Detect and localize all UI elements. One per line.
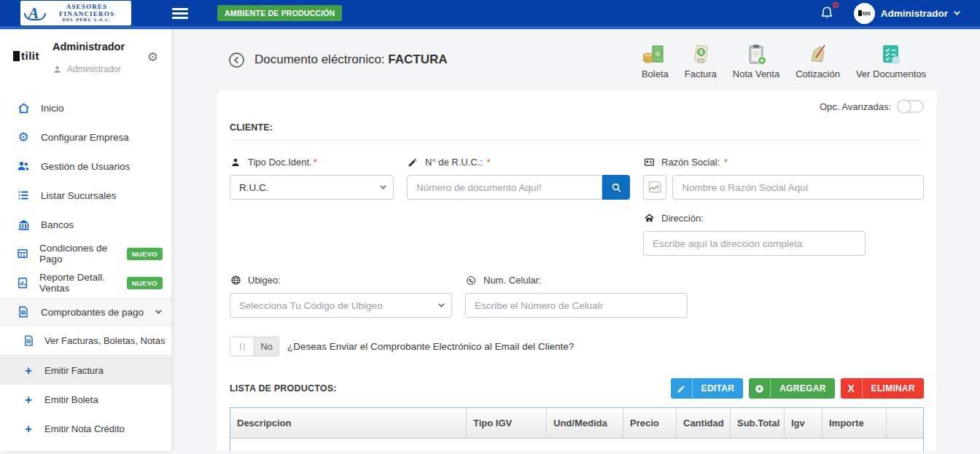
gear-icon: ⚙ bbox=[16, 131, 31, 144]
users-icon bbox=[16, 159, 31, 173]
globe-icon bbox=[230, 275, 241, 286]
home-icon bbox=[643, 213, 655, 224]
celular-input[interactable] bbox=[465, 293, 688, 318]
products-table-body bbox=[230, 439, 923, 451]
pencil-icon bbox=[671, 378, 693, 399]
plus-circle-icon bbox=[749, 378, 771, 399]
plus-icon: + bbox=[22, 364, 35, 377]
tipo-doc-select[interactable]: R.U.C. bbox=[230, 175, 394, 200]
advanced-options-toggle[interactable] bbox=[898, 100, 924, 113]
col-igv: Igv bbox=[785, 408, 822, 438]
user-menu[interactable]: tilit Administrador bbox=[854, 3, 958, 24]
col-actions bbox=[887, 408, 923, 438]
editar-button[interactable]: EDITAR bbox=[671, 378, 744, 399]
chevron-down-icon bbox=[438, 301, 444, 307]
ruc-label: N° de R.U.C.: * bbox=[425, 157, 491, 168]
factura-icon bbox=[689, 40, 712, 66]
nota-venta-icon bbox=[744, 40, 768, 66]
col-cantidad: Cantidad bbox=[677, 408, 731, 438]
agregar-button[interactable]: AGREGAR bbox=[749, 378, 834, 399]
advanced-options-label: Opc. Avanzadas: bbox=[820, 101, 891, 112]
list-icon bbox=[16, 189, 31, 202]
col-und-medida: Und/Medida bbox=[547, 408, 623, 438]
products-section-label: LISTA DE PRODUCTOS: bbox=[230, 383, 337, 394]
toggle-state-label: No bbox=[254, 337, 279, 356]
nuevo-badge: NUEVO bbox=[127, 248, 163, 260]
avatar: tilit bbox=[854, 3, 875, 24]
id-card-icon bbox=[643, 157, 655, 168]
report-icon bbox=[16, 276, 29, 289]
search-button[interactable] bbox=[602, 175, 630, 200]
doc-action-boleta[interactable]: Boleta bbox=[642, 40, 669, 79]
notification-badge bbox=[833, 2, 839, 8]
logo-line3: DEL PERU S.A.C. bbox=[63, 17, 112, 23]
company-logo: A ASESORES FINANCIEROS DEL PERU S.A.C. bbox=[20, 1, 131, 26]
invoice-form-card: Opc. Avanzadas: CLIENTE: Tipo Doc.Ident.… bbox=[217, 90, 937, 451]
razon-social-input[interactable] bbox=[672, 175, 924, 200]
sidebar-subitem-partial[interactable]: + bbox=[0, 443, 171, 451]
phone-icon bbox=[465, 275, 477, 286]
sidebar-subitem-emitir-boleta[interactable]: + Emitir Boleta bbox=[0, 385, 171, 414]
sidebar-item-comprobantes-pago[interactable]: Comprobantes de pago bbox=[0, 297, 171, 326]
sidebar-profile: tilit Administrador ⚙ Administrador bbox=[0, 29, 171, 93]
toggle-handle bbox=[230, 337, 254, 356]
client-section-label: CLIENTE: bbox=[230, 122, 924, 133]
sidebar: tilit Administrador ⚙ Administrador Inic… bbox=[0, 29, 171, 451]
celular-label: Num. Celular: bbox=[483, 275, 541, 286]
profile-settings-gear-icon[interactable]: ⚙ bbox=[147, 51, 158, 63]
direccion-label: Dirección: bbox=[661, 213, 704, 224]
search-icon bbox=[610, 181, 623, 194]
plus-icon: + bbox=[22, 394, 35, 406]
sidebar-item-inicio[interactable]: Inicio bbox=[0, 93, 171, 122]
eliminar-button[interactable]: X ELIMINAR bbox=[841, 378, 924, 399]
direccion-input[interactable] bbox=[643, 231, 866, 256]
chevron-down-icon bbox=[155, 308, 161, 313]
chevron-down-icon bbox=[380, 183, 386, 189]
sidebar-item-condiciones-pago[interactable]: Condiciones de Pago NUEVO bbox=[0, 239, 171, 268]
company-logo-icon: A bbox=[24, 5, 43, 21]
sidebar-item-gestion-usuarios[interactable]: Gestión de Usuarios bbox=[0, 152, 171, 181]
document-eye-icon bbox=[22, 334, 35, 347]
ver-documentos-icon bbox=[879, 40, 903, 66]
col-precio: Precio bbox=[623, 408, 677, 438]
notifications-bell-icon[interactable] bbox=[819, 5, 835, 21]
page-title: Documento eléctronico: FACTURA bbox=[254, 52, 448, 67]
sidebar-subitem-emitir-factura[interactable]: + Emitir Factura bbox=[0, 356, 171, 385]
email-question: ¿Deseas Enviar el Comprobante Electrónic… bbox=[287, 341, 574, 352]
back-button[interactable] bbox=[228, 52, 245, 69]
tilit-logo: tilit bbox=[13, 50, 39, 62]
doc-action-cotizacion[interactable]: Cotización bbox=[796, 40, 840, 79]
pencil-icon bbox=[407, 157, 419, 168]
bank-icon bbox=[16, 218, 31, 232]
grid-icon bbox=[16, 247, 29, 260]
ruc-input[interactable] bbox=[407, 175, 602, 200]
ubigeo-select[interactable]: Selecciona Tu Código de Ubigeo bbox=[230, 293, 452, 318]
tipo-doc-label: Tipo Doc.Ident.* bbox=[248, 157, 317, 168]
col-descripcion: Descripcion bbox=[230, 408, 467, 438]
hamburger-menu-icon[interactable] bbox=[172, 8, 188, 19]
doc-action-factura[interactable]: Factura bbox=[685, 40, 717, 79]
cotizacion-icon bbox=[806, 40, 830, 66]
razon-social-label: Razón Social: * bbox=[661, 157, 728, 168]
sidebar-subitem-ver-facturas[interactable]: Ver Facturas, Boletas, Notas bbox=[0, 326, 171, 356]
products-table: Descripcion Tipo IGV Und/Medida Precio C… bbox=[230, 407, 924, 451]
sidebar-item-configurar-empresa[interactable]: ⚙ Configurar Empresa bbox=[0, 122, 171, 152]
chevron-down-icon bbox=[954, 9, 960, 15]
email-toggle[interactable]: No bbox=[230, 337, 279, 356]
sidebar-subitem-emitir-nota-credito[interactable]: + Emitir Nota Crédito bbox=[0, 414, 171, 443]
sidebar-item-reporte-ventas[interactable]: Reporte Detall. Ventas NUEVO bbox=[0, 268, 171, 297]
x-icon: X bbox=[841, 378, 863, 399]
col-tipo-igv: Tipo IGV bbox=[467, 408, 547, 438]
divider bbox=[230, 140, 924, 141]
doc-action-nota-venta[interactable]: Nota Venta bbox=[733, 40, 779, 79]
sidebar-item-listar-sucursales[interactable]: Listar Sucursales bbox=[0, 181, 171, 210]
doc-action-ver-documentos[interactable]: Ver Documentos bbox=[856, 40, 926, 79]
nuevo-badge: NUEVO bbox=[127, 277, 163, 289]
person-icon bbox=[52, 65, 62, 74]
top-bar: A ASESORES FINANCIEROS DEL PERU S.A.C. A… bbox=[0, 0, 980, 29]
boleta-icon bbox=[642, 40, 667, 66]
broken-image-icon bbox=[643, 175, 666, 200]
sidebar-item-bancos[interactable]: Bancos bbox=[0, 210, 171, 239]
products-table-header: Descripcion Tipo IGV Und/Medida Precio C… bbox=[230, 408, 923, 439]
main-content: Documento eléctronico: FACTURA Boleta Fa… bbox=[171, 29, 980, 451]
